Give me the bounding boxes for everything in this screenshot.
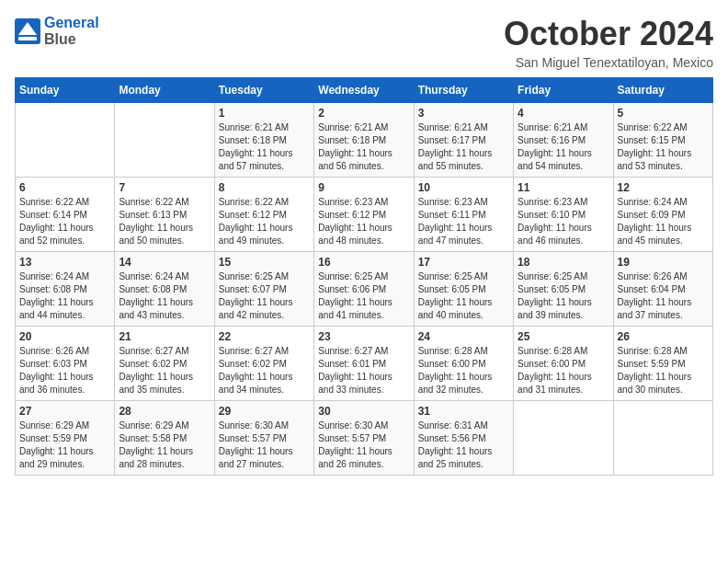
header-day-wednesday: Wednesday: [314, 78, 414, 103]
day-number: 20: [19, 330, 110, 343]
day-info: Sunrise: 6:31 AMSunset: 5:56 PMDaylight:…: [418, 419, 509, 471]
calendar-cell: 23Sunrise: 6:27 AMSunset: 6:01 PMDayligh…: [314, 327, 414, 401]
calendar-cell: 1Sunrise: 6:21 AMSunset: 6:18 PMDaylight…: [214, 103, 313, 178]
day-info: Sunrise: 6:28 AMSunset: 6:00 PMDaylight:…: [418, 345, 509, 396]
header: General Blue October 2024 San Miguel Ten…: [15, 15, 713, 70]
calendar-cell: 20Sunrise: 6:26 AMSunset: 6:03 PMDayligh…: [16, 327, 115, 401]
day-info: Sunrise: 6:24 AMSunset: 6:09 PMDaylight:…: [618, 196, 709, 247]
day-info: Sunrise: 6:26 AMSunset: 6:04 PMDaylight:…: [618, 270, 709, 322]
calendar-cell: 19Sunrise: 6:26 AMSunset: 6:04 PMDayligh…: [613, 252, 712, 327]
day-info: Sunrise: 6:29 AMSunset: 5:58 PMDaylight:…: [119, 419, 210, 471]
calendar-cell: [613, 401, 712, 476]
day-info: Sunrise: 6:24 AMSunset: 6:08 PMDaylight:…: [19, 270, 110, 322]
calendar-cell: [16, 103, 115, 178]
header-day-monday: Monday: [115, 78, 214, 103]
day-number: 26: [618, 330, 709, 343]
day-info: Sunrise: 6:22 AMSunset: 6:14 PMDaylight:…: [19, 196, 110, 247]
day-number: 18: [518, 256, 609, 269]
calendar-cell: [115, 103, 214, 178]
svg-rect-2: [18, 37, 37, 40]
calendar-cell: 14Sunrise: 6:24 AMSunset: 6:08 PMDayligh…: [115, 252, 214, 327]
day-info: Sunrise: 6:24 AMSunset: 6:08 PMDaylight:…: [119, 270, 210, 322]
calendar-cell: 2Sunrise: 6:21 AMSunset: 6:18 PMDaylight…: [314, 103, 414, 178]
day-number: 17: [418, 256, 509, 269]
day-number: 25: [518, 330, 609, 343]
day-number: 31: [418, 405, 509, 418]
day-info: Sunrise: 6:25 AMSunset: 6:06 PMDaylight:…: [318, 270, 409, 322]
header-day-tuesday: Tuesday: [214, 78, 313, 103]
day-number: 13: [19, 256, 110, 269]
calendar-cell: 25Sunrise: 6:28 AMSunset: 6:00 PMDayligh…: [514, 327, 613, 401]
location-title: San Miguel Tenextatiloyan, Mexico: [504, 55, 713, 70]
day-info: Sunrise: 6:25 AMSunset: 6:07 PMDaylight:…: [219, 270, 310, 322]
calendar-cell: 22Sunrise: 6:27 AMSunset: 6:02 PMDayligh…: [214, 327, 313, 401]
day-info: Sunrise: 6:22 AMSunset: 6:13 PMDaylight:…: [119, 196, 210, 247]
logo-icon: [15, 18, 40, 44]
calendar-table: SundayMondayTuesdayWednesdayThursdayFrid…: [15, 77, 713, 476]
day-number: 29: [219, 405, 310, 418]
day-number: 8: [219, 181, 310, 194]
day-number: 28: [119, 405, 210, 418]
day-info: Sunrise: 6:27 AMSunset: 6:02 PMDaylight:…: [119, 345, 210, 396]
calendar-cell: 18Sunrise: 6:25 AMSunset: 6:05 PMDayligh…: [514, 252, 613, 327]
day-info: Sunrise: 6:22 AMSunset: 6:15 PMDaylight:…: [618, 121, 709, 173]
day-info: Sunrise: 6:21 AMSunset: 6:18 PMDaylight:…: [318, 121, 409, 173]
day-info: Sunrise: 6:29 AMSunset: 5:59 PMDaylight:…: [19, 419, 110, 471]
calendar-cell: 3Sunrise: 6:21 AMSunset: 6:17 PMDaylight…: [414, 103, 513, 178]
day-number: 6: [19, 181, 110, 194]
calendar-cell: 29Sunrise: 6:30 AMSunset: 5:57 PMDayligh…: [214, 401, 313, 476]
month-title: October 2024: [504, 15, 713, 53]
title-area: October 2024 San Miguel Tenextatiloyan, …: [504, 15, 713, 70]
calendar-cell: 13Sunrise: 6:24 AMSunset: 6:08 PMDayligh…: [16, 252, 115, 327]
day-number: 14: [119, 256, 210, 269]
day-info: Sunrise: 6:25 AMSunset: 6:05 PMDaylight:…: [418, 270, 509, 322]
logo-text: General Blue: [44, 15, 99, 48]
day-info: Sunrise: 6:23 AMSunset: 6:11 PMDaylight:…: [418, 196, 509, 247]
day-number: 4: [518, 107, 609, 120]
calendar-cell: 21Sunrise: 6:27 AMSunset: 6:02 PMDayligh…: [115, 327, 214, 401]
day-number: 2: [318, 107, 409, 120]
calendar-cell: 30Sunrise: 6:30 AMSunset: 5:57 PMDayligh…: [314, 401, 414, 476]
day-number: 12: [618, 181, 709, 194]
logo: General Blue: [15, 15, 99, 48]
calendar-cell: 4Sunrise: 6:21 AMSunset: 6:16 PMDaylight…: [514, 103, 613, 178]
header-day-sunday: Sunday: [16, 78, 115, 103]
calendar-cell: [514, 401, 613, 476]
week-row-1: 1Sunrise: 6:21 AMSunset: 6:18 PMDaylight…: [16, 103, 713, 178]
day-number: 3: [418, 107, 509, 120]
day-number: 1: [219, 107, 310, 120]
calendar-cell: 28Sunrise: 6:29 AMSunset: 5:58 PMDayligh…: [115, 401, 214, 476]
calendar-cell: 17Sunrise: 6:25 AMSunset: 6:05 PMDayligh…: [414, 252, 513, 327]
header-day-thursday: Thursday: [414, 78, 513, 103]
day-info: Sunrise: 6:28 AMSunset: 5:59 PMDaylight:…: [618, 345, 709, 396]
calendar-cell: 27Sunrise: 6:29 AMSunset: 5:59 PMDayligh…: [16, 401, 115, 476]
day-info: Sunrise: 6:27 AMSunset: 6:01 PMDaylight:…: [318, 345, 409, 396]
calendar-cell: 31Sunrise: 6:31 AMSunset: 5:56 PMDayligh…: [414, 401, 513, 476]
header-day-friday: Friday: [514, 78, 613, 103]
calendar-cell: 26Sunrise: 6:28 AMSunset: 5:59 PMDayligh…: [613, 327, 712, 401]
week-row-5: 27Sunrise: 6:29 AMSunset: 5:59 PMDayligh…: [16, 401, 713, 476]
calendar-cell: 11Sunrise: 6:23 AMSunset: 6:10 PMDayligh…: [514, 178, 613, 252]
day-number: 9: [318, 181, 409, 194]
calendar-cell: 7Sunrise: 6:22 AMSunset: 6:13 PMDaylight…: [115, 178, 214, 252]
calendar-cell: 24Sunrise: 6:28 AMSunset: 6:00 PMDayligh…: [414, 327, 513, 401]
day-info: Sunrise: 6:30 AMSunset: 5:57 PMDaylight:…: [318, 419, 409, 471]
day-number: 30: [318, 405, 409, 418]
day-info: Sunrise: 6:26 AMSunset: 6:03 PMDaylight:…: [19, 345, 110, 396]
day-number: 27: [19, 405, 110, 418]
day-number: 22: [219, 330, 310, 343]
calendar-cell: 12Sunrise: 6:24 AMSunset: 6:09 PMDayligh…: [613, 178, 712, 252]
week-row-3: 13Sunrise: 6:24 AMSunset: 6:08 PMDayligh…: [16, 252, 713, 327]
calendar-cell: 5Sunrise: 6:22 AMSunset: 6:15 PMDaylight…: [613, 103, 712, 178]
calendar-header-row: SundayMondayTuesdayWednesdayThursdayFrid…: [16, 78, 713, 103]
day-info: Sunrise: 6:22 AMSunset: 6:12 PMDaylight:…: [219, 196, 310, 247]
day-info: Sunrise: 6:25 AMSunset: 6:05 PMDaylight:…: [518, 270, 609, 322]
calendar-cell: 8Sunrise: 6:22 AMSunset: 6:12 PMDaylight…: [214, 178, 313, 252]
calendar-cell: 10Sunrise: 6:23 AMSunset: 6:11 PMDayligh…: [414, 178, 513, 252]
day-number: 16: [318, 256, 409, 269]
day-info: Sunrise: 6:27 AMSunset: 6:02 PMDaylight:…: [219, 345, 310, 396]
day-number: 10: [418, 181, 509, 194]
week-row-4: 20Sunrise: 6:26 AMSunset: 6:03 PMDayligh…: [16, 327, 713, 401]
day-info: Sunrise: 6:21 AMSunset: 6:17 PMDaylight:…: [418, 121, 509, 173]
calendar-cell: 6Sunrise: 6:22 AMSunset: 6:14 PMDaylight…: [16, 178, 115, 252]
